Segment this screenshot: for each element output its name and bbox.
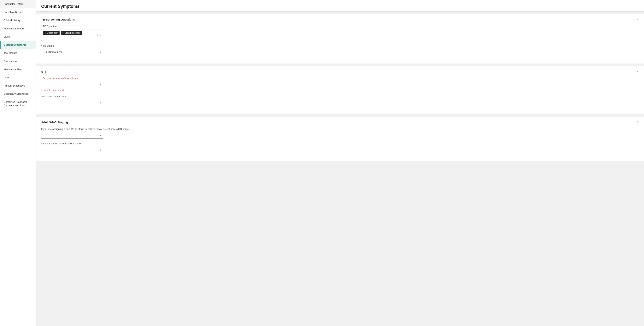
tag-breathlessness: × Breathlessness [61, 31, 82, 35]
multiselect-actions: × ∨ [97, 34, 101, 37]
sidebar-item-secondary-diagnoses[interactable]: Secondary Diagnoses [0, 90, 36, 98]
who-stage-select-wrapper: WHO Stage 1 WHO Stage 2 WHO Stage 3 WHO … [41, 132, 103, 139]
sidebar-item-test-results[interactable]: Test Results [0, 49, 36, 57]
tag-chest-pain: × Chest pain [43, 31, 60, 35]
who-staging-header[interactable]: Adult WHO Staging ∧ [36, 117, 644, 128]
sti-header[interactable]: STI ∧ [36, 66, 644, 77]
sti-question-select[interactable] [41, 81, 103, 88]
tag-remove-chest-pain[interactable]: × [44, 32, 46, 34]
sidebar: Encounter DetailsPre-Clinic ReviewClinic… [0, 0, 36, 326]
sidebar-item-encounter-details[interactable]: Encounter Details [0, 0, 36, 8]
who-stage-group: If you are assigning a new WHO stage to … [41, 128, 638, 139]
sidebar-item-vitals[interactable]: Vitals [0, 33, 36, 41]
who-stage-label: If you are assigning a new WHO stage to … [41, 128, 638, 131]
sidebar-item-pre-clinic-review[interactable]: Pre-Clinic Review [0, 8, 36, 16]
tb-symptoms-group: * TB Symptoms: × Chest pain × Breathless… [41, 25, 638, 41]
sidebar-item-current-symptoms[interactable]: Current Symptoms [0, 41, 36, 49]
page-title-underline [41, 11, 49, 12]
sidebar-item-medication-plan[interactable]: Medication Plan [0, 66, 36, 74]
multiselect-clear-icon[interactable]: × [97, 34, 99, 37]
sti-partner-select[interactable]: Yes No [41, 100, 103, 106]
sidebar-item-assessment[interactable]: Assessment [0, 57, 36, 65]
main-content: Current Symptoms TB Screening Questions … [36, 0, 644, 326]
who-criteria-label: * Select criteria for new WHO stage: [41, 142, 638, 145]
tb-status-label: * TB Status: [41, 44, 638, 47]
page-header: Current Symptoms [36, 0, 644, 12]
sidebar-item-combined-diagnosis[interactable]: Combined Diagnosis, Certainty, and Rank [0, 98, 36, 110]
who-staging-title: Adult WHO Staging [41, 121, 68, 124]
tb-screening-body: * TB Symptoms: × Chest pain × Breathless… [36, 25, 644, 64]
who-staging-body: If you are assigning a new WHO stage to … [36, 128, 644, 161]
who-criteria-select[interactable] [41, 147, 103, 153]
sti-partner-select-wrapper: Yes No ∨ [41, 100, 103, 106]
tb-symptoms-multiselect[interactable]: × Chest pain × Breathlessness × ∨ [41, 29, 103, 41]
sidebar-item-medication-history[interactable]: Medication History [0, 25, 36, 33]
sti-question-select-wrapper: ∨ [41, 81, 103, 88]
tag-remove-breathlessness[interactable]: × [62, 32, 64, 34]
who-criteria-select-wrapper: ∨ [41, 147, 103, 153]
tb-screening-collapse-icon: ∧ [636, 18, 638, 21]
sti-partner-group: STI partner notification: Yes No ∨ [41, 95, 638, 106]
sidebar-item-plan[interactable]: Plan [0, 74, 36, 82]
sti-question-label: * Do you have any of the following: [41, 77, 638, 80]
sti-body: * Do you have any of the following: ∨ Th… [36, 77, 644, 114]
sti-question-group: * Do you have any of the following: ∨ Th… [41, 77, 638, 92]
tb-status-select-wrapper: On TB treatmentNot on TB treatmentSuspec… [41, 49, 103, 55]
sti-error-text: This field is required! [41, 89, 638, 92]
who-staging-section: Adult WHO Staging ∧ If you are assigning… [36, 117, 644, 161]
multiselect-dropdown-icon[interactable]: ∨ [100, 34, 101, 37]
sti-title: STI [41, 70, 46, 73]
who-criteria-group: * Select criteria for new WHO stage: ∨ [41, 142, 638, 153]
sti-section: STI ∧ * Do you have any of the following… [36, 66, 644, 114]
tb-status-group: * TB Status: On TB treatmentNot on TB tr… [41, 44, 638, 55]
who-stage-select[interactable]: WHO Stage 1 WHO Stage 2 WHO Stage 3 WHO … [41, 132, 103, 139]
tb-status-select[interactable]: On TB treatmentNot on TB treatmentSuspec… [41, 49, 103, 55]
tb-screening-title: TB Screening Questions [41, 18, 75, 21]
page-title: Current Symptoms [41, 4, 638, 9]
sti-partner-label: STI partner notification: [41, 95, 638, 98]
sidebar-item-clinical-history[interactable]: Clinical History [0, 16, 36, 24]
tb-symptoms-label: * TB Symptoms: [41, 25, 638, 28]
who-staging-collapse-icon: ∧ [636, 120, 638, 124]
sti-collapse-icon: ∧ [636, 70, 638, 73]
tb-screening-header[interactable]: TB Screening Questions ∧ [36, 14, 644, 25]
tb-screening-section: TB Screening Questions ∧ * TB Symptoms: … [36, 14, 644, 64]
sidebar-item-primary-diagnoses[interactable]: Primary Diagnoses [0, 82, 36, 90]
